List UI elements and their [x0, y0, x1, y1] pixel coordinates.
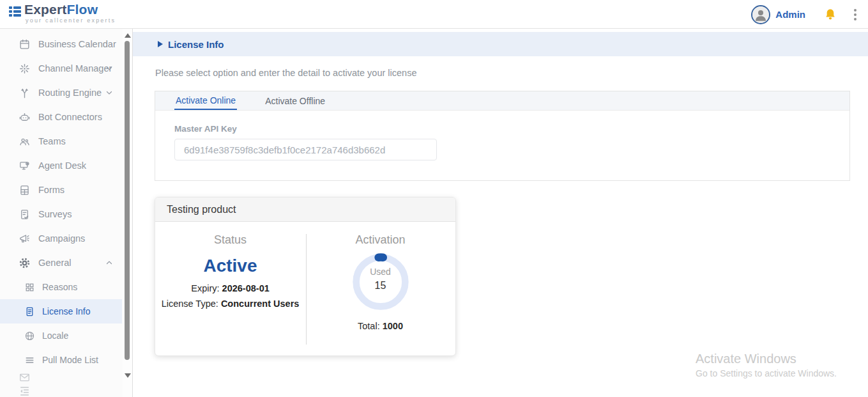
expertflow-logo: ExpertFlow your callcenter experts — [9, 3, 116, 24]
sidebar-item-business-calendar[interactable]: Business Calendar — [0, 32, 122, 56]
scrollbar-thumb[interactable] — [125, 41, 130, 360]
brand-expert: Expert — [24, 2, 67, 17]
sidebar-item-teams[interactable]: Teams — [0, 129, 122, 153]
sidebar-item-locale[interactable]: Locale — [0, 323, 122, 348]
activate-windows-watermark: Activate Windows Go to Settings to activ… — [696, 352, 837, 378]
user-menu[interactable]: Admin — [775, 9, 805, 20]
used-label: Used — [350, 267, 411, 277]
expiry-value: 2026-08-01 — [222, 283, 270, 293]
scroll-down-arrow[interactable] — [125, 373, 131, 378]
card-divider — [306, 234, 307, 345]
calendar-icon — [18, 38, 31, 51]
notification-bell-icon[interactable] — [823, 8, 837, 22]
status-column: Status Active Expiry: 2026-08-01 License… — [155, 222, 305, 356]
sidebar-item-routing-engine[interactable]: Routing Engine — [0, 81, 122, 105]
main-content: License Info Please select option and en… — [133, 29, 868, 397]
license-type-label: License Type: — [162, 299, 218, 309]
globe-icon — [23, 329, 36, 342]
sidebar-item-bot-connectors[interactable]: Bot Connectors — [0, 105, 122, 129]
instruction-text: Please select option and enter the detai… — [155, 68, 416, 78]
total-label: Total: — [358, 321, 380, 331]
person-icon — [752, 6, 769, 23]
sidebar-item-license-info[interactable]: License Info — [0, 299, 122, 323]
tab-activate-offline[interactable]: Activate Offline — [264, 91, 326, 110]
envelope-icon — [18, 371, 31, 384]
expiry-line: Expiry: 2026-08-01 — [191, 283, 270, 293]
avatar[interactable] — [751, 5, 770, 24]
hub-icon — [18, 62, 31, 75]
page-title: License Info — [168, 39, 224, 50]
gear-icon — [18, 256, 31, 269]
sidebar-item-agent-desk[interactable]: Agent Desk — [0, 153, 122, 178]
license-type-line: License Type: Concurrent Users — [162, 299, 300, 309]
expertflow-logo-icon — [9, 6, 21, 17]
brand-tagline: your callcenter experts — [26, 17, 116, 24]
sidebar-item-forms[interactable]: Forms — [0, 178, 122, 202]
branch-icon — [18, 86, 31, 99]
activation-heading: Activation — [355, 233, 405, 247]
page-title-bar: License Info — [133, 32, 868, 56]
status-value: Active — [203, 256, 257, 276]
top-header: ExpertFlow your callcenter experts Admin — [0, 0, 868, 29]
sidebar-scrollbar[interactable] — [123, 29, 132, 397]
agent-desk-icon — [18, 159, 31, 172]
sidebar: Business Calendar Channel Manager — [0, 29, 133, 397]
activation-donut-chart: Used 15 — [350, 251, 411, 313]
form-icon — [18, 183, 31, 196]
collapse-triangle-icon[interactable] — [158, 41, 163, 47]
kebab-menu-icon[interactable] — [854, 9, 857, 20]
master-api-key-input[interactable] — [174, 139, 437, 160]
license-type-value: Concurrent Users — [221, 299, 299, 309]
chevron-down-icon — [105, 89, 113, 97]
survey-icon — [18, 208, 31, 221]
tab-strip: Activate Online Activate Offline — [155, 91, 849, 111]
product-card-title: Testing product — [155, 198, 455, 222]
activation-column: Activation Used 15 Total: 1000 — [305, 222, 455, 356]
watermark-line2: Go to Settings to activate Windows. — [696, 368, 837, 378]
sidebar-item-channel-manager[interactable]: Channel Manager — [0, 56, 122, 81]
chevron-down-icon — [105, 65, 113, 72]
chevron-up-icon — [105, 259, 113, 267]
total-line: Total: 1000 — [358, 321, 403, 331]
robot-icon — [18, 111, 31, 123]
sidebar-item-truncated[interactable] — [0, 372, 122, 396]
sidebar-item-surveys[interactable]: Surveys — [0, 202, 122, 226]
grid-icon — [23, 281, 36, 293]
people-icon — [18, 135, 31, 148]
sidebar-item-pull-mode-list[interactable]: Pull Mode List — [0, 348, 122, 372]
total-value: 1000 — [383, 321, 403, 331]
testing-product-card: Testing product Status Active Expiry: 20… — [155, 197, 456, 356]
sidebar-item-campaigns[interactable]: Campaigns — [0, 226, 122, 251]
watermark-line1: Activate Windows — [696, 352, 837, 366]
brand-flow: Flow — [67, 2, 98, 17]
status-heading: Status — [214, 233, 247, 247]
used-value: 15 — [350, 280, 411, 292]
list-icon — [23, 354, 36, 366]
sidebar-item-general[interactable]: General — [0, 251, 122, 275]
tab-activate-online[interactable]: Activate Online — [174, 91, 237, 110]
brand-name: ExpertFlow — [24, 3, 116, 17]
megaphone-icon — [18, 232, 31, 245]
scroll-up-arrow[interactable] — [125, 33, 131, 38]
sidebar-item-reasons[interactable]: Reasons — [0, 275, 122, 299]
expiry-label: Expiry: — [191, 283, 219, 293]
activation-card: Activate Online Activate Offline Master … — [155, 91, 850, 181]
license-doc-icon — [23, 305, 36, 318]
indent-list-icon — [18, 385, 31, 397]
master-api-key-label: Master API Key — [174, 124, 237, 134]
